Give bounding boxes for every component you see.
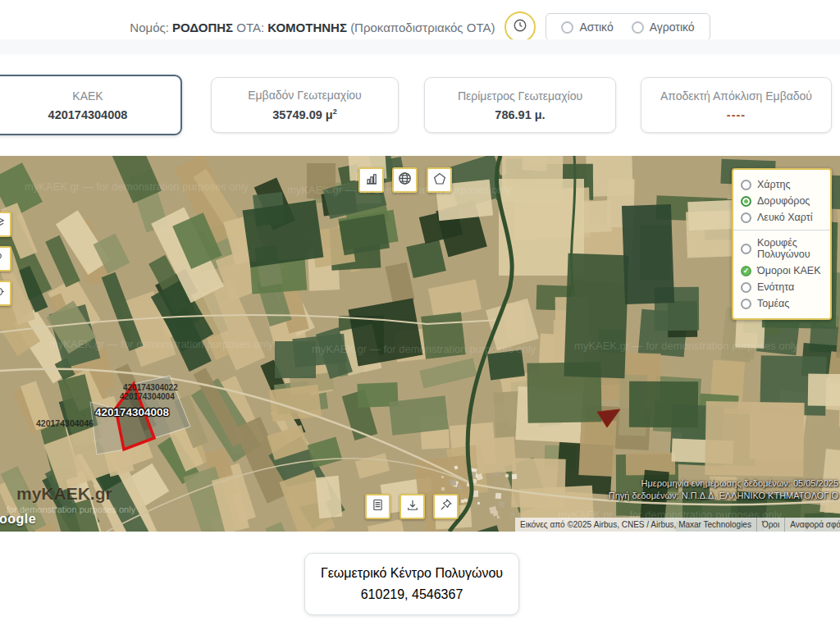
left-tool-marker-button[interactable] — [0, 246, 11, 272]
card-kaek: ΚΑΕΚ 420174304008 — [0, 75, 182, 135]
polygon-button[interactable] — [427, 167, 452, 193]
card-area-value: 35749.09 μ2 — [272, 107, 336, 121]
parcel-overlays — [0, 156, 840, 532]
card-perimeter-value: 786.91 μ. — [495, 108, 545, 121]
globe-icon — [397, 171, 413, 189]
bar-chart-icon — [364, 171, 379, 189]
geometric-center-title: Γεωμετρικό Κέντρο Πολυγώνου — [321, 566, 503, 581]
pin-button[interactable] — [433, 494, 459, 519]
radio-agrotiko[interactable]: Αγροτικό — [632, 21, 695, 34]
terms-link[interactable]: Όροι — [756, 518, 784, 532]
card-deviation-title: Αποδεκτή Απόκλιση Εμβαδού — [660, 89, 812, 103]
checkmark-circle-icon — [741, 266, 751, 276]
clock-icon — [513, 18, 527, 36]
overlay-option-omoroi-kaek[interactable]: Όμοροι ΚΑΕΚ — [741, 262, 823, 279]
ota-suffix: (Προκαποδιστριακός ΟΤΑ) — [350, 21, 495, 34]
radio-circle-icon — [741, 196, 751, 207]
download-icon — [405, 498, 420, 516]
marker-icon — [0, 250, 6, 267]
radio-circle-icon — [741, 244, 751, 254]
crosshair-icon — [0, 285, 6, 302]
basemap-button[interactable] — [392, 167, 418, 193]
layers-icon — [0, 216, 6, 233]
map-canvas[interactable]: 420174304008 420174304046 420174304022 4… — [0, 156, 840, 532]
radio-circle-icon — [632, 21, 644, 34]
card-geometric-center: Γεωμετρικό Κέντρο Πολυγώνου 610219, 4546… — [304, 553, 519, 615]
card-deviation: Αποδεκτή Απόκλιση Εμβαδού ---- — [641, 77, 832, 133]
nomos-value: ΡΟΔΟΠΗΣ — [172, 21, 233, 34]
google-logo[interactable]: Google — [0, 512, 36, 527]
left-tool-layers-button[interactable] — [0, 212, 11, 237]
document-icon — [371, 498, 385, 515]
card-area: Εμβαδόν Γεωτεμαχίου 35749.09 μ2 — [211, 77, 399, 133]
ota-label: ΟΤΑ: — [236, 21, 264, 34]
pushpin-icon — [439, 498, 453, 515]
history-button[interactable] — [504, 11, 536, 43]
layer-option-doryforos[interactable]: Δορυφόρος — [741, 193, 823, 209]
radio-circle-icon — [741, 212, 751, 223]
radio-agrotiko-label: Αγροτικό — [650, 21, 695, 34]
layer-option-leyko-xarti[interactable]: Λευκό Χαρτί — [741, 209, 823, 226]
overlay-option-koryfes[interactable]: Κορυφές Πολυγώνου — [741, 235, 823, 262]
location-summary: Νομός: ΡΟΔΟΠΗΣ ΟΤΑ: ΚΟΜΟΤΗΝΗΣ (Προκαποδι… — [130, 21, 495, 34]
download-button[interactable] — [399, 494, 425, 519]
layer-label: Λευκό Χαρτί — [757, 212, 813, 223]
nomos-label: Νομός: — [130, 21, 169, 34]
imagery-attribution: Εικόνες από ©2025 Airbus, CNES / Airbus,… — [515, 518, 756, 532]
radio-astiko-label: Αστικό — [579, 21, 613, 34]
card-deviation-value: ---- — [727, 108, 746, 121]
report-button[interactable] — [365, 494, 390, 519]
pentagon-icon — [432, 171, 447, 189]
radio-circle-icon — [741, 282, 751, 293]
radio-circle-icon — [741, 299, 751, 309]
left-tool-locate-button[interactable] — [0, 281, 11, 306]
overlay-option-enotita[interactable]: Ενότητα — [741, 279, 823, 295]
overlay-label: Τομέας — [757, 298, 789, 309]
map-attribution: Εικόνες από ©2025 Airbus, CNES / Airbus,… — [515, 518, 840, 532]
ota-value: ΚΟΜΟΤΗΝΗΣ — [267, 21, 347, 34]
layer-label: Χάρτης — [757, 179, 790, 190]
radio-astiko[interactable]: Αστικό — [561, 21, 613, 34]
radio-circle-icon — [741, 180, 751, 190]
statistics-button[interactable] — [358, 167, 384, 193]
overlay-label: Κορυφές Πολυγώνου — [757, 237, 823, 260]
layers-panel: Χάρτης Δορυφόρος Λευκό Χαρτί Κορυφές Πολ… — [732, 168, 832, 320]
card-kaek-value: 420174304008 — [48, 108, 128, 121]
overlay-option-tomeas[interactable]: Τομέας — [741, 295, 823, 312]
radio-circle-icon — [561, 21, 573, 34]
card-perimeter: Περίμετρος Γεωτεμαχίου 786.91 μ. — [424, 77, 616, 133]
header-bar: Νομός: ΡΟΔΟΠΗΣ ΟΤΑ: ΚΟΜΟΤΗΝΗΣ (Προκαποδι… — [0, 0, 840, 39]
card-area-title: Εμβαδόν Γεωτεμαχίου — [248, 89, 362, 102]
report-error-link[interactable]: Αναφορά σφάλματος χάρτη — [784, 518, 840, 532]
layer-label: Δορυφόρος — [757, 195, 810, 207]
card-kaek-title: ΚΑΕΚ — [72, 89, 103, 103]
overlay-label: Όμοροι ΚΑΕΚ — [757, 265, 821, 276]
geometric-center-value: 610219, 4546367 — [361, 587, 463, 602]
header-divider-band — [0, 39, 840, 54]
overlay-label: Ενότητα — [757, 281, 794, 293]
area-type-selector: Αστικό Αγροτικό — [546, 13, 710, 41]
layer-option-chartis[interactable]: Χάρτης — [741, 176, 823, 193]
card-perimeter-title: Περίμετρος Γεωτεμαχίου — [458, 89, 582, 103]
panel-divider — [733, 230, 830, 231]
